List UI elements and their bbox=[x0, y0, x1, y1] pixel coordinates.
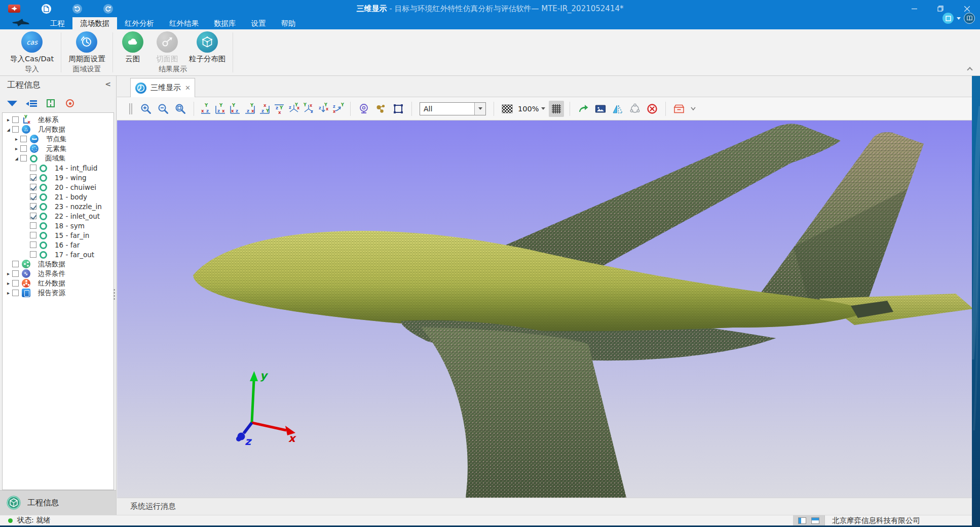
tree-item[interactable]: 元素集 bbox=[3, 144, 114, 153]
view-iso-se-button[interactable]: Yxz bbox=[303, 101, 315, 117]
tree-item[interactable]: 15 - far_in bbox=[3, 230, 114, 240]
help-book-button[interactable] bbox=[964, 13, 975, 24]
export-view-button[interactable] bbox=[576, 101, 591, 117]
visibility-checkbox[interactable] bbox=[12, 261, 19, 267]
visibility-checkbox[interactable] bbox=[30, 251, 36, 258]
visibility-checkbox[interactable] bbox=[12, 270, 19, 277]
visibility-checkbox[interactable] bbox=[12, 126, 19, 133]
tree-item[interactable]: 节点集 bbox=[3, 134, 114, 144]
expand-arrow-icon[interactable] bbox=[5, 278, 12, 288]
mesh-toggle-button[interactable] bbox=[549, 101, 564, 117]
tree-filter-button[interactable] bbox=[6, 97, 18, 109]
visibility-checkbox[interactable] bbox=[30, 165, 36, 171]
mirror-button[interactable] bbox=[610, 101, 625, 117]
combobox-dropdown-button[interactable] bbox=[474, 103, 485, 115]
tree-item[interactable]: 面域集 bbox=[3, 153, 114, 163]
layout-left-panel-icon[interactable] bbox=[798, 517, 806, 524]
visibility-checkbox[interactable] bbox=[30, 174, 36, 181]
menu-tab[interactable]: 红外分析 bbox=[117, 17, 162, 29]
tree-item[interactable]: 14 - int_fluid bbox=[3, 163, 114, 173]
box-select-button[interactable] bbox=[391, 101, 406, 117]
tab-3d-view[interactable]: 三维显示 ✕ bbox=[130, 78, 195, 97]
visibility-checkbox[interactable] bbox=[12, 280, 19, 287]
menu-tab[interactable]: 流场数据 bbox=[72, 17, 117, 29]
menu-tab[interactable]: 设置 bbox=[244, 17, 274, 29]
contour-plot-button[interactable]: 云图 bbox=[118, 31, 147, 64]
tree-item[interactable]: 几何数据 bbox=[3, 125, 114, 134]
viewport-3d[interactable]: y x z bbox=[117, 120, 972, 498]
tree-item[interactable]: 报告资源 bbox=[3, 288, 114, 298]
probe-button[interactable] bbox=[356, 101, 371, 117]
new-document-button[interactable] bbox=[42, 4, 51, 14]
menu-tab[interactable]: 工程 bbox=[43, 17, 72, 29]
tree-item[interactable]: 19 - wing bbox=[3, 173, 114, 182]
visibility-checkbox[interactable] bbox=[30, 213, 36, 219]
ribbon-collapse-chevron-icon[interactable] bbox=[967, 67, 972, 72]
visibility-checkbox[interactable] bbox=[12, 290, 19, 296]
visibility-checkbox[interactable] bbox=[30, 184, 36, 190]
style-switch-button[interactable] bbox=[943, 13, 954, 24]
expand-arrow-icon[interactable] bbox=[5, 269, 12, 278]
visibility-checkbox[interactable] bbox=[30, 203, 36, 210]
layout-top-panel-icon[interactable] bbox=[811, 517, 819, 524]
zoom-level-dropdown[interactable]: 100% bbox=[518, 105, 545, 113]
archive-dropdown-button[interactable] bbox=[689, 101, 698, 117]
menu-tab[interactable]: 数据库 bbox=[206, 17, 244, 29]
visibility-checkbox[interactable] bbox=[12, 116, 19, 123]
tab-close-icon[interactable]: ✕ bbox=[185, 84, 191, 92]
visibility-checkbox[interactable] bbox=[20, 145, 27, 152]
visibility-checkbox[interactable] bbox=[20, 136, 27, 142]
visibility-checkbox[interactable] bbox=[20, 155, 27, 161]
view-top-button[interactable]: zYx bbox=[258, 101, 271, 117]
undo-button[interactable] bbox=[72, 4, 82, 14]
visibility-checkbox[interactable] bbox=[30, 193, 36, 200]
particle-distribution-button[interactable]: 粒子分布图 bbox=[187, 31, 228, 64]
view-right-button[interactable]: zxY bbox=[244, 101, 256, 117]
tree-item[interactable]: 边界条件 bbox=[3, 269, 114, 278]
tree-item[interactable]: 红外数据 bbox=[3, 278, 114, 288]
import-cas-dat-button[interactable]: cas 导入Cas/Dat bbox=[8, 31, 56, 64]
minimize-button[interactable] bbox=[901, 0, 927, 17]
snapshot-button[interactable] bbox=[593, 101, 608, 117]
expand-arrow-icon[interactable] bbox=[5, 115, 12, 125]
tree-grid-view-button[interactable] bbox=[45, 97, 57, 109]
tree-item[interactable]: 流场数据 bbox=[3, 259, 114, 269]
expand-arrow-icon[interactable] bbox=[13, 144, 20, 153]
redo-button[interactable] bbox=[103, 4, 113, 14]
tree-item[interactable]: 23 - nozzle_in bbox=[3, 201, 114, 211]
visibility-checkbox[interactable] bbox=[30, 241, 36, 248]
style-dropdown-caret[interactable] bbox=[957, 17, 961, 20]
view-left-button[interactable]: xzY bbox=[229, 101, 242, 117]
expand-arrow-icon[interactable] bbox=[5, 125, 12, 135]
clear-view-button[interactable] bbox=[645, 101, 660, 117]
view-iso-sw-button[interactable]: zYx bbox=[288, 101, 300, 117]
transparency-button[interactable] bbox=[500, 101, 515, 117]
tree-locate-button[interactable] bbox=[64, 97, 76, 109]
visibility-checkbox[interactable] bbox=[30, 222, 36, 229]
tree-item[interactable]: 16 - far bbox=[3, 240, 114, 250]
display-filter-combobox[interactable]: All bbox=[420, 102, 486, 115]
tree-item[interactable]: 17 - far_out bbox=[3, 250, 114, 259]
periodic-surface-settings-button[interactable]: 周期面设置 bbox=[66, 31, 107, 64]
expand-arrow-icon[interactable] bbox=[13, 153, 20, 164]
expand-arrow-icon[interactable] bbox=[13, 134, 20, 144]
view-front-button[interactable]: xzY bbox=[200, 101, 212, 117]
zoom-in-button[interactable] bbox=[138, 101, 154, 117]
tree-item[interactable]: 18 - sym bbox=[3, 221, 114, 230]
tree-item[interactable]: 坐标系 bbox=[3, 115, 114, 125]
zoom-fit-button[interactable] bbox=[173, 101, 188, 117]
tree-item[interactable]: 20 - chuiwei bbox=[3, 182, 114, 192]
app-logo-button[interactable] bbox=[8, 5, 20, 13]
panel-collapse-button[interactable]: < bbox=[105, 80, 111, 88]
menu-tab[interactable]: 帮助 bbox=[274, 17, 304, 29]
view-iso-down-button[interactable]: zYx bbox=[317, 101, 330, 117]
archive-box-button[interactable] bbox=[671, 101, 687, 117]
visibility-checkbox[interactable] bbox=[30, 232, 36, 238]
tree-item[interactable]: 21 - body bbox=[3, 192, 114, 201]
project-info-dock-tab[interactable]: 工程信息 bbox=[0, 490, 116, 515]
orbit-button[interactable] bbox=[627, 101, 643, 117]
zoom-out-button[interactable] bbox=[156, 101, 171, 117]
view-bottom-button[interactable]: zYx bbox=[273, 101, 286, 117]
toolbar-drag-handle[interactable] bbox=[129, 103, 132, 114]
particle-trace-button[interactable] bbox=[373, 101, 389, 117]
